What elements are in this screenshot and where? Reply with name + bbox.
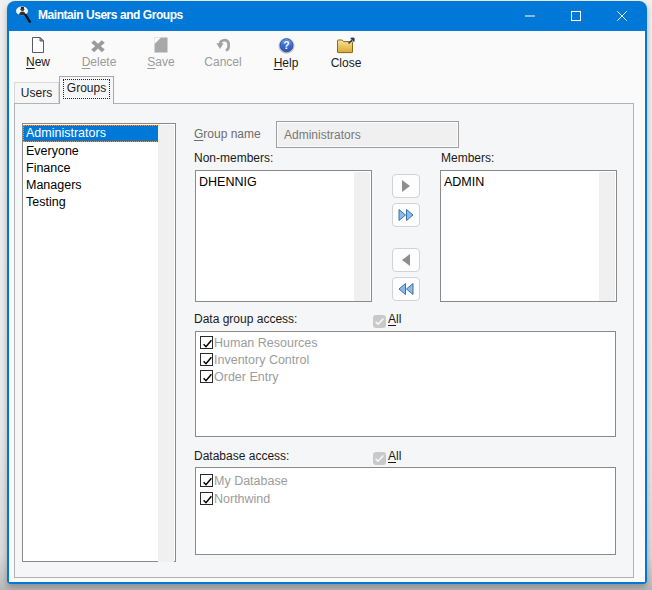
svg-text:?: ? (283, 39, 289, 51)
